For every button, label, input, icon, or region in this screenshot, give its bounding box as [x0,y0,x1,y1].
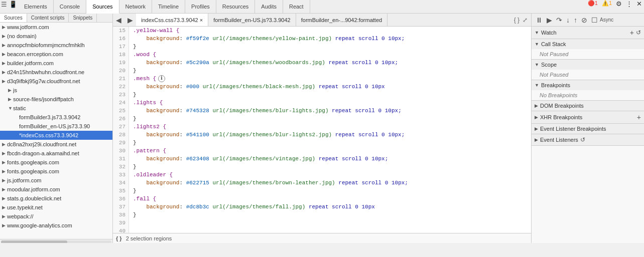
panel-section-content: Not Paused [532,70,644,80]
panel-section-arrow: ▶ [535,115,538,120]
sidebar-tab-sources[interactable]: Sources [0,14,27,22]
tab-resources[interactable]: Resources [216,0,255,13]
jump-to-btn[interactable]: ⤢ [521,17,529,24]
sidebar-tab-snippets[interactable]: Snippets [69,14,97,22]
more-icon[interactable]: ⋮ [624,0,634,13]
tree-item-label: fonts.googleapis.com [7,167,59,175]
tree-arrow: ▶ [2,203,7,211]
tab-network[interactable]: Network [119,0,152,13]
tree-item[interactable]: ▶ d24n15hnbwhuhn.cloudfront.ne [0,68,112,77]
inspect-icon[interactable]: ☰ [0,0,8,8]
panel-refresh-btn[interactable]: ↺ [580,136,585,143]
tree-item-label: d24n15hnbwhuhn.cloudfront.ne [7,68,84,76]
tab-console[interactable]: Console [54,0,86,13]
tab-sources[interactable]: Sources [86,0,119,14]
tree-item[interactable]: ▶ d3q9ifbkj95g7w.cloudfront.net [0,77,112,86]
tree-item[interactable]: ▶ use.typekit.net [0,203,112,212]
code-tab-indexcss[interactable]: indexCss.css73.3.9042 × [136,14,208,26]
deactivate-btn[interactable]: ⊘ [579,16,589,24]
tree-item[interactable]: formBuilder_en-US.js73.3.90 [0,122,112,131]
panel-section-xhr-breakpoints: ▶XHR Breakpoints+ [532,111,644,124]
step-out-btn[interactable]: ↑ [572,16,579,24]
async-checkbox[interactable]: ☐ [589,16,600,24]
prettify-btn[interactable]: { } [512,17,521,24]
settings-icon[interactable]: ⚙ [614,0,624,13]
panel-section-header-event-listener-breakpoints[interactable]: ▶Event Listener Breakpoints [532,124,644,134]
code-editor[interactable]: 1516171819202122232425262728293031323334… [113,27,531,233]
code-line: .wood { [133,51,527,59]
panel-section-arrow: ▶ [535,137,538,142]
tab-profiles[interactable]: Profiles [185,0,216,13]
tree-item[interactable]: ▶ www.google-analytics.com [0,221,112,230]
tab-elements[interactable]: Elements [18,0,54,13]
line-number: 32 [113,163,128,171]
tree-item-label: www.jotform.com [7,23,49,31]
panel-section-header-dom-breakpoints[interactable]: ▶DOM Breakpoints [532,101,644,111]
tab-timeline[interactable]: Timeline [152,0,185,13]
tab-audits[interactable]: Audits [255,0,283,13]
line-number: 33 [113,171,128,179]
tree-item-label: js.jotform.com [7,176,41,184]
panel-section-header-xhr-breakpoints[interactable]: ▶XHR Breakpoints+ [532,111,644,123]
tree-item-label: moodular.jotform.com [7,185,60,193]
line-number: 39 [113,219,128,227]
panel-section-header-watch[interactable]: ▼Watch+↺ [532,27,644,39]
panel-add-btn[interactable]: + [630,29,634,37]
code-line: .pattern { [133,147,527,155]
panel-section-header-event-listeners[interactable]: ▶Event Listeners↺ [532,134,644,145]
tree-item[interactable]: ▶ webpack:// [0,212,112,221]
tree-item[interactable]: formBuilder3.js73.3.9042 [0,113,112,122]
tree-item[interactable]: ▶ fbcdn-dragon-a.akamaihd.net [0,149,112,158]
code-tab-formbuilder-formatted[interactable]: formBuilder_en-...9042:formatted [296,14,388,26]
tree-item-label: dc8na2hxrj29i.cloudfront.net [7,140,76,148]
tree-item[interactable]: ▶ fonts.googleapis.com [0,158,112,167]
pause-btn[interactable]: ⏸ [534,16,545,24]
tree-item[interactable]: ▶ builder.jotform.com [0,59,112,68]
code-tab-label: formBuilder_en-...9042:formatted [301,17,382,23]
tree-item-label: static [13,104,26,112]
code-tab-formbuilder-en[interactable]: formBuilder_en-US.js?3.3.9042 [208,14,296,26]
panel-section-dom-breakpoints: ▶DOM Breakpoints [532,101,644,111]
resume-btn[interactable]: ▶ [545,16,554,24]
debugger-back-btn[interactable]: ◀ [113,16,124,24]
line-number: 36 [113,195,128,203]
panel-section-header-breakpoints[interactable]: ▼Breakpoints [532,80,644,90]
step-over-btn[interactable]: ↷ [554,16,564,24]
tree-item[interactable]: ▶ beacon.errception.com [0,50,112,59]
step-into-btn[interactable]: ↓ [564,16,572,24]
tree-item[interactable]: ▶ stats.g.doubleclick.net [0,194,112,203]
code-tab-bar: ◀ ▶ indexCss.css73.3.9042 × formBuilder_… [113,14,531,27]
code-line: background: #dc8b3c url(/images/themes/f… [133,203,527,211]
tree-item[interactable]: ▶ moodular.jotform.com [0,185,112,194]
debugger-forward-btn[interactable]: ▶ [124,16,136,24]
close-icon[interactable]: ✕ [634,0,644,13]
info-tooltip[interactable]: ℹ [158,75,165,82]
sidebar-tab-content-scripts[interactable]: Content scripts [27,14,69,22]
panel-add-btn[interactable]: + [637,113,641,121]
tree-item[interactable]: ▶ js.jotform.com [0,176,112,185]
line-number: 15 [113,27,128,35]
code-line: .lights2 { [133,123,527,131]
panel-section-content: Not Paused [532,49,644,59]
tree-item[interactable]: ▶ fonts.googleapis.com [0,167,112,176]
panel-section-content: No Breakpoints [532,90,644,100]
tab-react[interactable]: React [283,0,310,13]
tree-item[interactable]: *indexCss.css73.3.9042 [0,131,112,140]
status-bar: { } 2 selection regions [113,233,531,243]
code-line: } [133,211,527,219]
code-line: } [133,67,527,75]
tree-item[interactable]: ▼ static [0,104,112,113]
device-icon[interactable]: 📱 [9,0,17,8]
tree-item-label: (no domain) [7,32,37,40]
panel-section-header-call-stack[interactable]: ▼Call Stack [532,39,644,49]
panel-refresh-btn[interactable]: ↺ [636,29,641,36]
code-content[interactable]: .yellow-wall { background: #f59f2e url(/… [129,27,531,233]
tree-item[interactable]: ▶ www.jotform.com [0,23,112,32]
tree-item[interactable]: ▶ (no domain) [0,32,112,41]
panel-section-header-scope[interactable]: ▼Scope [532,60,644,70]
tree-arrow: ▶ [2,176,7,184]
tree-item[interactable]: ▶ source-files/jsondiffpatch [0,95,112,104]
tree-item[interactable]: ▶ js [0,86,112,95]
tree-item[interactable]: ▶ annopcfmbiofommjmcmcfmhklh [0,41,112,50]
tree-item[interactable]: ▶ dc8na2hxrj29i.cloudfront.net [0,140,112,149]
